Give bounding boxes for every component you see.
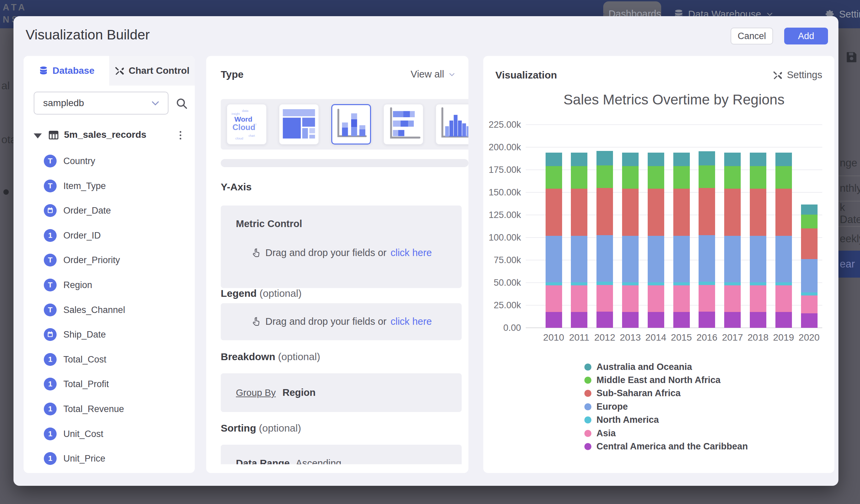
bar-segment	[571, 236, 587, 282]
tap-hand-icon	[251, 316, 261, 327]
field-item-region[interactable]: TRegion	[24, 278, 195, 292]
bar-segment	[546, 189, 562, 235]
database-select-value: sampledb	[43, 98, 149, 109]
bar-segment	[571, 189, 587, 235]
legend-item[interactable]: Sub-Saharan Africa	[584, 388, 681, 399]
field-item-country[interactable]: TCountry	[24, 155, 195, 168]
view-all-dropdown[interactable]: View all	[395, 69, 456, 80]
field-label: Country	[63, 156, 95, 167]
metric-click-here-link[interactable]: click here	[390, 247, 432, 258]
group-by-link[interactable]: Group By	[236, 387, 276, 398]
bar-segment	[724, 285, 741, 312]
field-item-total_revenue[interactable]: 1Total_Revenue	[24, 403, 195, 416]
legend-item[interactable]: Central America and the Caribbean	[584, 441, 748, 452]
kebab-menu-icon[interactable]	[175, 129, 186, 141]
bar-segment	[724, 189, 741, 235]
bar-2016[interactable]	[699, 56, 715, 328]
y-tick-label: 200.00k	[483, 142, 521, 153]
field-item-ship_date[interactable]: Ship_Date	[24, 328, 195, 342]
tab-database[interactable]: Database	[24, 56, 109, 86]
field-item-order_priority[interactable]: TOrder_Priority	[24, 254, 195, 267]
bar-2017[interactable]	[724, 56, 741, 328]
bar-segment	[724, 282, 741, 285]
legend-item[interactable]: North America	[584, 414, 659, 426]
group-by-value[interactable]: Region	[282, 387, 315, 398]
field-item-unit_price[interactable]: 1Unit_Price	[24, 452, 195, 465]
legend-dropzone[interactable]: Drag and drop your fields or click here	[221, 303, 462, 340]
caret-down-icon[interactable]	[34, 133, 42, 139]
occluded-page-right-edge: ngenthlyk Dateeeklyear	[838, 28, 860, 504]
bar-2014[interactable]	[648, 56, 664, 328]
bar-segment	[546, 312, 562, 328]
bar-2015[interactable]	[673, 56, 690, 328]
text-type-icon: T	[44, 254, 57, 267]
legend-dot	[584, 390, 591, 397]
number-type-icon: 1	[44, 428, 57, 440]
type-heading: Type	[221, 69, 244, 80]
bar-2019[interactable]	[775, 56, 792, 328]
chart-type-card-treemap[interactable]	[279, 104, 319, 145]
y-axis-heading: Y-Axis	[221, 181, 252, 193]
legend-dot	[584, 443, 591, 450]
bar-segment	[750, 312, 766, 328]
bar-2013[interactable]	[622, 56, 639, 328]
field-item-order_id[interactable]: 1Order_ID	[24, 229, 195, 243]
bar-segment	[699, 312, 715, 328]
field-item-total_profit[interactable]: 1Total_Profit	[24, 378, 195, 391]
field-item-sales_channel[interactable]: TSales_Channel	[24, 304, 195, 317]
legend-click-here-link[interactable]: click here	[390, 316, 432, 327]
field-item-unit_cost[interactable]: 1Unit_Cost	[24, 428, 195, 441]
field-item-total_cost[interactable]: 1Total_Cost	[24, 353, 195, 366]
text-type-icon: T	[44, 278, 57, 291]
chart-type-card-stacked-bar[interactable]	[384, 104, 423, 145]
bar-segment	[801, 259, 818, 292]
bar-2018[interactable]	[750, 56, 766, 328]
cancel-button[interactable]: Cancel	[731, 28, 773, 44]
chart-type-card-histogram[interactable]	[436, 104, 469, 145]
logo-line-1: ATA	[3, 1, 51, 13]
bar-segment	[673, 285, 690, 312]
legend-item[interactable]: Asia	[584, 428, 616, 439]
bar-segment	[775, 312, 792, 328]
legend-label: Middle East and North Africa	[597, 375, 720, 385]
bar-segment	[622, 282, 639, 285]
field-item-item_type[interactable]: TItem_Type	[24, 179, 195, 193]
database-select[interactable]: sampledb	[34, 92, 169, 115]
metric-control-dropzone[interactable]: Metric Control Drag and drop your fields…	[221, 205, 462, 288]
table-tree-header[interactable]: 5m_sales_records	[24, 129, 195, 142]
legend-item[interactable]: Middle East and North Africa	[584, 374, 720, 386]
legend-item[interactable]: Europe	[584, 401, 628, 412]
search-icon[interactable]	[175, 97, 188, 110]
add-button[interactable]: Add	[784, 28, 828, 44]
horizontal-scrollbar[interactable]	[221, 159, 469, 167]
bar-2012[interactable]	[597, 56, 613, 328]
bar-segment	[750, 166, 766, 189]
tab-chart-control[interactable]: Chart Control	[109, 56, 195, 86]
chart-type-card-stacked-column[interactable]	[331, 104, 371, 145]
number-type-icon: 1	[44, 452, 57, 465]
metric-drop-text: Drag and drop your fields or	[266, 247, 387, 258]
bar-segment	[699, 151, 715, 165]
bar-segment	[699, 282, 715, 285]
bar-2011[interactable]	[571, 56, 587, 328]
y-tick-label: 150.00k	[483, 187, 521, 198]
legend-label: North America	[597, 415, 659, 425]
bar-segment	[648, 282, 664, 285]
bar-2020[interactable]	[801, 56, 818, 328]
bar-segment	[775, 189, 792, 235]
nav-settings-label: Settin	[839, 9, 860, 20]
bar-segment	[622, 236, 639, 282]
bar-segment	[571, 166, 587, 189]
field-item-order_date[interactable]: Order_Date	[24, 204, 195, 218]
bar-segment	[750, 282, 766, 285]
bar-segment	[648, 153, 664, 166]
bar-segment	[622, 285, 639, 312]
bar-segment	[622, 153, 639, 166]
chart-type-card-word-cloud[interactable]: WordClouddatainsightchartcloudviz	[227, 104, 267, 145]
date-type-icon	[44, 328, 57, 341]
legend-item[interactable]: Australia and Oceania	[584, 361, 692, 373]
bar-2010[interactable]	[546, 56, 562, 328]
tools-icon	[115, 66, 125, 76]
bar-segment	[546, 285, 562, 312]
field-label: Order_ID	[63, 230, 101, 241]
